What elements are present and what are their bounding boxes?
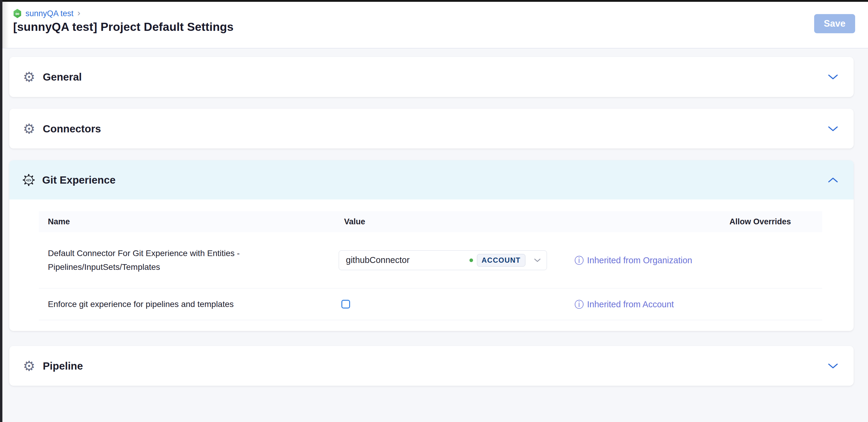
chevron-up-icon[interactable]: [828, 177, 838, 183]
git-experience-settings-table: Name Value Allow Overrides Default Conne…: [9, 211, 854, 320]
gear-code-icon: </>: [23, 174, 35, 186]
info-icon[interactable]: ⓘ: [575, 255, 584, 265]
section-header-general[interactable]: ⚙ General: [9, 57, 854, 97]
gear-icon: ⚙: [23, 70, 36, 84]
setting-name: Enforce git experience for pipelines and…: [39, 298, 339, 311]
inherited-from-organization-link[interactable]: ⓘ Inherited from Organization: [575, 255, 692, 265]
breadcrumb: ∞ sunnyQA test ›: [13, 8, 81, 19]
gear-icon: ⚙: [23, 122, 36, 136]
page-header: ∞ sunnyQA test › [sunnyQA test] Project …: [2, 2, 868, 49]
left-panel-edge: [0, 0, 2, 422]
section-header-git-experience[interactable]: </> Git Experience: [9, 160, 854, 199]
breadcrumb-project-link[interactable]: sunnyQA test: [25, 9, 73, 18]
section-card-git-experience: </> Git Experience Name Value Allow Over…: [9, 160, 854, 331]
table-row: Enforce git experience for pipelines and…: [39, 288, 822, 320]
top-window-edge: [0, 0, 868, 2]
gear-icon: ⚙: [23, 359, 36, 373]
setting-name: Default Connector For Git Experience wit…: [39, 247, 339, 274]
info-icon[interactable]: ⓘ: [575, 300, 584, 309]
section-header-pipeline[interactable]: ⚙ Pipeline: [9, 346, 854, 386]
inherited-note: Inherited from Organization: [587, 255, 692, 265]
table-row: Default Connector For Git Experience wit…: [39, 232, 822, 288]
section-card-pipeline: ⚙ Pipeline: [9, 346, 854, 386]
connector-status-dot: [469, 258, 473, 262]
section-title: Git Experience: [42, 174, 116, 186]
page-title: [sunnyQA test] Project Default Settings: [13, 20, 234, 33]
section-card-general: ⚙ General: [9, 57, 854, 97]
table-header-row: Name Value Allow Overrides: [39, 211, 822, 232]
project-icon: ∞: [13, 9, 22, 18]
scope-badge: ACCOUNT: [477, 254, 526, 266]
chevron-down-icon[interactable]: [828, 126, 838, 132]
section-title: Connectors: [43, 123, 101, 135]
inherited-note: Inherited from Account: [587, 299, 674, 309]
column-header-allow-overrides: Allow Overrides: [726, 217, 822, 226]
default-connector-select[interactable]: githubConnector ACCOUNT: [339, 250, 547, 270]
section-header-connectors[interactable]: ⚙ Connectors: [9, 109, 854, 148]
chevron-down-icon[interactable]: [828, 74, 838, 80]
section-title: Pipeline: [43, 360, 83, 372]
column-header-value: Value: [339, 217, 726, 226]
enforce-git-experience-checkbox[interactable]: [341, 300, 350, 308]
section-card-connectors: ⚙ Connectors: [9, 109, 854, 148]
save-button[interactable]: Save: [814, 14, 855, 33]
chevron-down-icon[interactable]: [828, 363, 838, 369]
column-header-name: Name: [39, 217, 339, 226]
section-title: General: [43, 71, 82, 83]
chevron-right-icon: ›: [78, 8, 81, 19]
selected-connector-value: githubConnector: [346, 255, 410, 265]
inherited-from-account-link[interactable]: ⓘ Inherited from Account: [575, 299, 674, 309]
chevron-down-icon[interactable]: [534, 258, 541, 262]
svg-text:</>: </>: [26, 178, 31, 182]
